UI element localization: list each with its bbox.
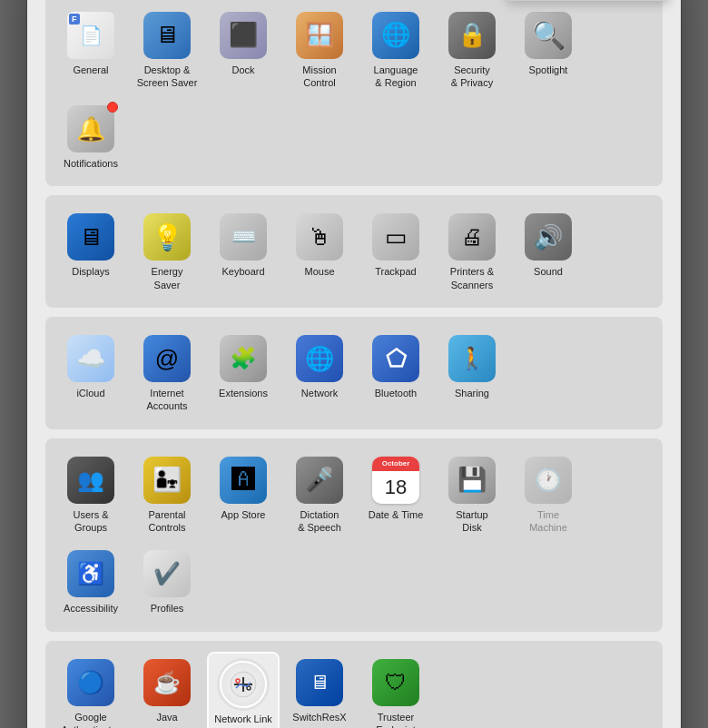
mouse-label: Mouse — [304, 265, 334, 278]
security-icon: 🔒 — [448, 12, 496, 59]
google-label: GoogleAuthenticator — [62, 711, 121, 728]
bluetooth-icon: ⬠ — [372, 335, 419, 382]
sharing-label: Sharing — [455, 387, 489, 399]
java-label: Java — [156, 711, 177, 723]
printers-label: Printers &Scanners — [450, 265, 494, 291]
general-icon-item[interactable]: 📄 F General — [54, 5, 127, 95]
bluetooth-label: Bluetooth — [375, 387, 417, 399]
date-icon-number: 18 — [372, 471, 419, 504]
notifications-icon-item[interactable]: 🔔 Notifications — [54, 98, 127, 175]
trusteer-icon: 🛡 — [372, 659, 419, 706]
sharing-icon-item[interactable]: 🚶 Sharing — [436, 328, 508, 418]
mouse-icon-item[interactable]: 🖱 Mouse — [283, 206, 356, 297]
switchresx-icon: 🖥 — [296, 659, 343, 706]
printers-icon-item[interactable]: 🖨 Printers &Scanners — [436, 206, 508, 297]
switchresx-icon-item[interactable]: 🖥 SwitchResX — [283, 652, 356, 728]
desktop-label: Desktop &Screen Saver — [137, 64, 198, 90]
sharing-icon: 🚶 — [448, 335, 496, 382]
internet-icon-item[interactable]: @ InternetAccounts — [131, 328, 203, 418]
energy-icon-item[interactable]: 💡 EnergySaver — [131, 206, 203, 297]
timemachine-icon: 🕐 — [525, 457, 572, 504]
accessibility-icon: ♿ — [67, 550, 114, 597]
mission-icon: 🪟 — [296, 12, 343, 59]
mouse-icon: 🖱 — [296, 213, 343, 261]
general-label: General — [73, 64, 108, 76]
parental-icon-item[interactable]: 👨‍👧 ParentalControls — [131, 449, 203, 540]
nlc-icon-item[interactable]: Network LinkConditioner — [207, 652, 280, 728]
icloud-label: iCloud — [76, 387, 104, 399]
personal-icons-grid: 📄 F General 🖥 Desktop &Screen Saver ⬛ — [54, 5, 654, 176]
security-icon-item[interactable]: 🔒 Security& Privacy — [436, 5, 508, 95]
timemachine-icon-item[interactable]: 🕐 TimeMachine — [512, 449, 585, 540]
trackpad-label: Trackpad — [375, 265, 416, 278]
bluetooth-icon-item[interactable]: ⬠ Bluetooth — [359, 328, 432, 418]
users-icon: 👥 — [67, 457, 114, 504]
sound-icon-item[interactable]: 🔊 Sound — [512, 206, 585, 297]
appstore-label: App Store — [221, 508, 266, 521]
general-icon-graphic: 📄 F — [67, 12, 114, 59]
hardware-icons-grid: 🖥 Displays 💡 EnergySaver ⌨️ Keyboard — [54, 206, 654, 297]
trackpad-icon-item[interactable]: ▭ Trackpad — [359, 206, 432, 297]
profiles-icon-item[interactable]: ✔️ Profiles — [131, 543, 203, 620]
security-label: Security& Privacy — [451, 64, 493, 90]
nlc-icon — [220, 661, 267, 708]
displays-icon-item[interactable]: 🖥 Displays — [54, 206, 127, 297]
profiles-label: Profiles — [151, 602, 184, 615]
java-icon-item[interactable]: ☕ Java — [131, 652, 203, 728]
displays-icon: 🖥 — [67, 213, 114, 261]
content-area: 📄 F General 🖥 Desktop &Screen Saver ⬛ — [27, 0, 681, 728]
dictation-icon-item[interactable]: 🎤 Dictation& Speech — [283, 449, 356, 540]
date-icon-header: October — [372, 457, 419, 471]
extensions-icon: 🧩 — [220, 335, 267, 382]
displays-label: Displays — [72, 265, 110, 278]
autocomplete-dropdown: Network Link Conditioner — [506, 0, 670, 1]
trackpad-icon: ▭ — [372, 213, 419, 261]
date-icon-graphic: October 18 — [372, 457, 419, 504]
system-preferences-window: ✕ − + ‹ › System Preferences 🔍 network — [27, 0, 681, 728]
mission-icon-item[interactable]: 🪟 MissionControl — [283, 5, 356, 95]
google-icon: 🔵 — [67, 659, 114, 706]
icloud-icon-item[interactable]: ☁️ iCloud — [54, 328, 127, 418]
dictation-icon: 🎤 — [296, 457, 343, 504]
parental-label: ParentalControls — [149, 508, 186, 535]
general-icon: 📄 F — [67, 12, 114, 59]
startup-label: StartupDisk — [456, 508, 487, 535]
startup-icon-item[interactable]: 💾 StartupDisk — [436, 449, 508, 540]
desktop-icon-item[interactable]: 🖥 Desktop &Screen Saver — [131, 5, 203, 95]
other-section: 🔵 GoogleAuthenticator ☕ Java — [45, 641, 663, 728]
spotlight-icon-item[interactable]: 🔍 Spotlight — [512, 5, 585, 95]
printers-icon: 🖨 — [448, 213, 496, 261]
hardware-section: 🖥 Displays 💡 EnergySaver ⌨️ Keyboard — [45, 195, 663, 308]
system-icons-grid: 👥 Users &Groups 👨‍👧 ParentalControls 🅰 A… — [54, 449, 654, 621]
accessibility-icon-item[interactable]: ♿ Accessibility — [54, 543, 127, 620]
keyboard-label: Keyboard — [221, 265, 264, 278]
language-icon-item[interactable]: 🌐 Language& Region — [359, 5, 432, 95]
energy-icon: 💡 — [143, 213, 191, 261]
appstore-icon: 🅰 — [220, 457, 267, 504]
nlc-label: Network LinkConditioner — [214, 713, 272, 728]
system-section: 👥 Users &Groups 👨‍👧 ParentalControls 🅰 A… — [45, 438, 663, 632]
date-icon-item[interactable]: October 18 Date & Time — [359, 449, 432, 540]
profiles-icon: ✔️ — [143, 550, 191, 597]
trusteer-icon-item[interactable]: 🛡 TrusteerEndpoint Protection — [359, 652, 432, 728]
users-icon-item[interactable]: 👥 Users &Groups — [54, 449, 127, 540]
notifications-icon: 🔔 — [67, 105, 114, 152]
dock-icon: ⬛ — [220, 12, 267, 59]
dock-icon-item[interactable]: ⬛ Dock — [207, 5, 280, 95]
appstore-icon-item[interactable]: 🅰 App Store — [207, 449, 280, 540]
accessibility-label: Accessibility — [64, 602, 118, 615]
personal-section: 📄 F General 🖥 Desktop &Screen Saver ⬛ — [45, 0, 663, 186]
date-icon: October 18 — [372, 457, 419, 504]
startup-icon: 💾 — [448, 457, 496, 504]
network-icon-item[interactable]: 🌐 Network — [283, 328, 356, 418]
google-icon-item[interactable]: 🔵 GoogleAuthenticator — [54, 652, 127, 728]
notifications-label: Notifications — [64, 157, 118, 170]
timemachine-label: TimeMachine — [529, 508, 567, 535]
icloud-icon: ☁️ — [67, 335, 114, 382]
extensions-label: Extensions — [219, 387, 268, 399]
nlc-icon-svg — [229, 670, 258, 699]
internet-icon: @ — [143, 335, 191, 382]
keyboard-icon-item[interactable]: ⌨️ Keyboard — [207, 206, 280, 297]
spotlight-icon: 🔍 — [525, 12, 572, 59]
extensions-icon-item[interactable]: 🧩 Extensions — [207, 328, 280, 418]
